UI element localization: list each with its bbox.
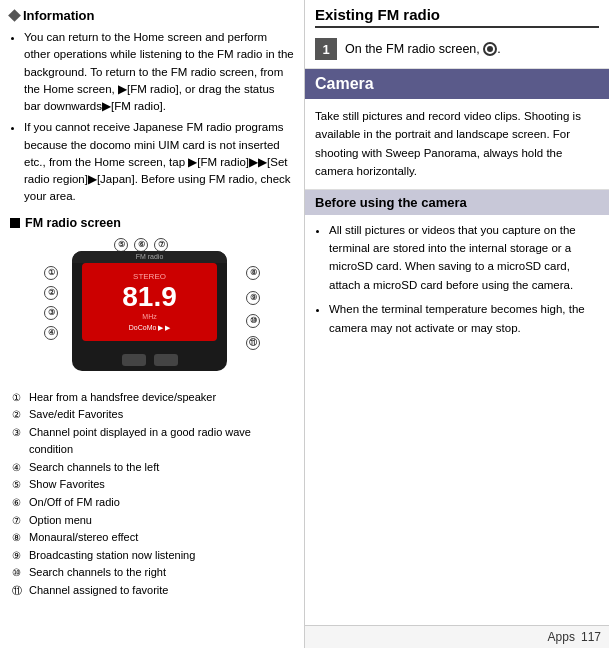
label-11: ⑪ — [246, 336, 260, 350]
fm-btn-left[interactable] — [122, 354, 146, 366]
caption-8: ⑧Monaural/stereo effect — [12, 529, 294, 547]
black-square-icon — [10, 218, 20, 228]
info-bullet-2: If you cannot receive Japanese FM radio … — [24, 119, 294, 205]
caption-2: ②Save/edit Favorites — [12, 406, 294, 424]
page-footer: Apps 117 — [305, 625, 609, 648]
before-bullet-1: All still pictures or videos that you ca… — [329, 221, 599, 295]
info-bullet-1: You can return to the Home screen and pe… — [24, 29, 294, 115]
information-title: Information — [10, 8, 294, 23]
caption-6: ⑥On/Off of FM radio — [12, 494, 294, 512]
label-10: ⑩ — [246, 314, 260, 328]
label-8: ⑧ — [246, 266, 260, 280]
fm-device-wrapper: ① ② ③ ④ ⑤ ⑥ ⑦ ⑧ ⑨ ⑩ ⑪ FM radio — [10, 236, 294, 381]
caption-9: ⑨Broadcasting station now listening — [12, 547, 294, 565]
caption-5: ⑤Show Favorites — [12, 476, 294, 494]
page-number: 117 — [581, 630, 601, 644]
fm-screen-label: FM radio screen — [10, 216, 294, 230]
label-5: ⑤ — [114, 238, 128, 252]
fm-top-bar: FM radio — [72, 251, 227, 263]
step-1-number: 1 — [315, 38, 337, 60]
existing-fm-title: Existing FM radio — [315, 6, 599, 28]
label-7: ⑦ — [154, 238, 168, 252]
label-9: ⑨ — [246, 291, 260, 305]
before-bullets: All still pictures or videos that you ca… — [315, 221, 599, 337]
diamond-icon — [8, 9, 21, 22]
label-3: ③ — [44, 306, 58, 320]
label-4: ④ — [44, 326, 58, 340]
camera-title: Camera — [315, 75, 374, 92]
before-bullet-2: When the terminal temperature becomes hi… — [329, 300, 599, 337]
caption-4: ④Search channels to the left — [12, 459, 294, 477]
caption-3: ③Channel point displayed in a good radio… — [12, 424, 294, 459]
fm-device-screen: STEREO 81.9 MHz DoCoMo ▶ ▶ — [82, 263, 217, 341]
home-icon — [483, 42, 497, 56]
left-column: Information You can return to the Home s… — [0, 0, 305, 648]
caption-list: ①Hear from a handsfree device/speaker ②S… — [10, 389, 294, 600]
caption-1: ①Hear from a handsfree device/speaker — [12, 389, 294, 407]
camera-body: Take still pictures and record video cli… — [305, 99, 609, 190]
apps-label: Apps — [548, 630, 575, 644]
before-using-title: Before using the camera — [315, 195, 599, 210]
existing-fm-header: Existing FM radio 1 On the FM radio scre… — [305, 0, 609, 69]
step-1-text: On the FM radio screen, . — [345, 42, 501, 57]
caption-11: ⑪Channel assigned to favorite — [12, 582, 294, 600]
before-using-header: Before using the camera — [305, 190, 609, 215]
right-column: Existing FM radio 1 On the FM radio scre… — [305, 0, 609, 648]
step-1-row: 1 On the FM radio screen, . — [315, 34, 599, 64]
caption-10: ⑩Search channels to the right — [12, 564, 294, 582]
fm-bottom-buttons — [72, 354, 227, 366]
before-using-body: All still pictures or videos that you ca… — [305, 215, 609, 349]
label-1: ① — [44, 266, 58, 280]
info-bullets: You can return to the Home screen and pe… — [10, 29, 294, 206]
fm-freq-display: 81.9 — [122, 283, 177, 311]
fm-btn-right[interactable] — [154, 354, 178, 366]
fm-device: FM radio STEREO 81.9 MHz DoCoMo ▶ ▶ — [72, 251, 227, 371]
fm-diagram: ① ② ③ ④ ⑤ ⑥ ⑦ ⑧ ⑨ ⑩ ⑪ FM radio — [42, 236, 262, 381]
label-6: ⑥ — [134, 238, 148, 252]
caption-7: ⑦Option menu — [12, 512, 294, 530]
camera-section-header: Camera — [305, 69, 609, 99]
label-2: ② — [44, 286, 58, 300]
fm-screen-section: FM radio screen ① ② ③ ④ ⑤ ⑥ ⑦ ⑧ ⑨ ⑩ ⑪ — [10, 216, 294, 600]
